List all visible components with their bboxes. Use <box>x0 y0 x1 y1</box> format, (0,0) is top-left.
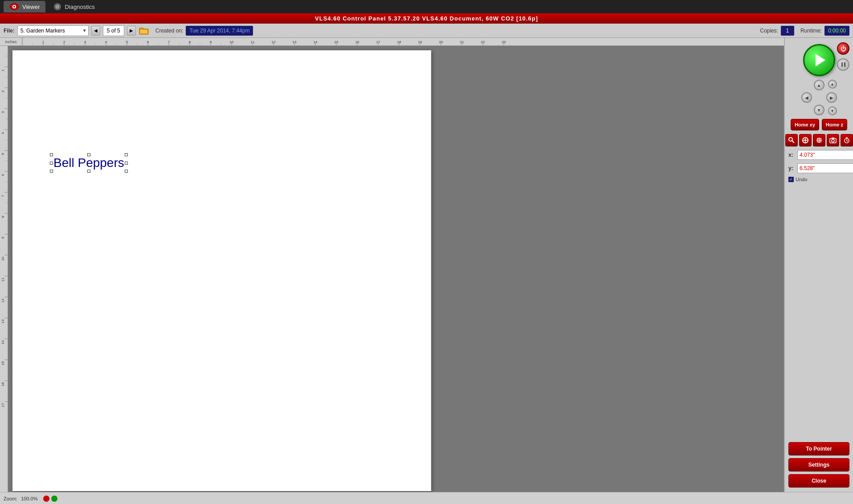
zoom-label: Zoom: <box>4 496 17 501</box>
handle-tl[interactable] <box>50 153 53 156</box>
icon-toolbar <box>785 134 853 146</box>
viewer-tab[interactable]: Viewer <box>4 1 45 12</box>
svg-text:12: 12 <box>1 298 5 302</box>
current-page: 5 <box>107 28 110 34</box>
pause-bar-right <box>844 62 845 67</box>
prev-page-button[interactable]: ◀ <box>91 26 100 36</box>
runtime-time: 0:00:00 <box>828 28 846 34</box>
home-buttons-row: Home xy Home z <box>788 119 849 130</box>
handle-mr[interactable] <box>125 162 128 165</box>
diagnostics-tab[interactable]: ⚙ Diagnostics <box>47 1 100 12</box>
svg-text:4: 4 <box>1 132 5 134</box>
status-icons <box>43 496 57 502</box>
handle-br[interactable] <box>125 170 128 173</box>
ruler-marks-svg: // This will be rendered via SVG content… <box>22 38 784 46</box>
power-button[interactable]: ⏻ <box>837 42 849 55</box>
handle-bl[interactable] <box>50 170 53 173</box>
pause-button[interactable] <box>837 58 849 71</box>
status-bar: Zoom: 100.0% <box>0 492 853 504</box>
ruler-left: 1 2 3 4 5 6 7 8 9 10 11 12 13 14 <box>0 46 8 492</box>
svg-rect-7 <box>140 29 148 34</box>
runtime-value: 0:00:00 <box>824 26 849 36</box>
document-viewport[interactable]: Bell Peppers <box>8 46 784 492</box>
x-input[interactable] <box>797 150 853 160</box>
svg-text:1: 1 <box>1 69 5 71</box>
handle-tc[interactable] <box>87 153 90 156</box>
play-triangle-icon <box>816 54 825 66</box>
svg-rect-122 <box>832 138 834 139</box>
folder-icon <box>139 27 149 35</box>
x-coord-row: x: ▲ ▼ <box>788 150 849 160</box>
svg-text:6: 6 <box>1 174 5 176</box>
y-label: y: <box>788 165 796 171</box>
search-tool-button[interactable] <box>785 134 798 146</box>
copies-label: Copies: <box>760 28 778 34</box>
home-xy-button[interactable]: Home xy <box>791 119 819 130</box>
main-content: inches // This will be rendered via SVG … <box>0 38 853 492</box>
runtime-label: Runtime: <box>800 28 822 34</box>
svg-rect-8 <box>22 38 784 46</box>
title-bar: VLS4.60 Control Panel 5.37.57.20 VLS4.60… <box>0 13 853 24</box>
play-button[interactable] <box>803 44 835 76</box>
svg-text:9: 9 <box>1 236 5 239</box>
dpad-up2-button[interactable]: ▲ <box>828 80 837 89</box>
svg-text:13: 13 <box>1 319 5 323</box>
created-value: Tue 29 Apr 2014, 7:44pm <box>186 26 253 36</box>
timer-tool-button[interactable] <box>841 134 853 146</box>
dpad-down-button[interactable]: ▼ <box>814 105 824 115</box>
zoom-value: 100.0% <box>21 496 37 501</box>
status-dot-green <box>51 496 57 502</box>
right-panel: ⏻ ▲ ▼ ◀ ▶ ▲ ▼ Home xy <box>784 38 853 492</box>
document-text[interactable]: Bell Peppers <box>52 155 126 171</box>
camera-icon <box>829 137 837 144</box>
svg-line-110 <box>792 141 794 143</box>
undo-checkbox[interactable]: ✓ <box>788 177 794 182</box>
canvas-area[interactable]: inches // This will be rendered via SVG … <box>0 38 784 492</box>
created-label: Created on: <box>155 28 184 34</box>
svg-text:8: 8 <box>1 215 5 218</box>
x-label: x: <box>788 152 796 158</box>
svg-point-121 <box>832 139 834 142</box>
to-pointer-button[interactable]: To Pointer <box>788 442 849 455</box>
y-input[interactable] <box>797 163 853 173</box>
crosshair-tool-button[interactable] <box>813 134 825 146</box>
created-date: Tue 29 Apr 2014, 7:44pm <box>189 28 249 34</box>
pause-bar-left <box>841 62 843 67</box>
open-folder-button[interactable] <box>139 26 149 36</box>
handle-tr[interactable] <box>125 153 128 156</box>
settings-button[interactable]: Settings <box>788 458 849 471</box>
undo-row: ✓ Undo <box>788 177 849 182</box>
timer-icon <box>843 137 850 144</box>
dpad-right-button[interactable]: ▶ <box>826 92 837 103</box>
svg-text:17: 17 <box>1 403 5 407</box>
svg-text:10: 10 <box>1 256 5 260</box>
ruler-top: inches // This will be rendered via SVG … <box>0 38 784 46</box>
handle-bc[interactable] <box>87 170 90 173</box>
left-ruler-svg: 1 2 3 4 5 6 7 8 9 10 11 12 13 14 <box>0 46 8 492</box>
home-z-button[interactable]: Home z <box>822 119 847 130</box>
viewer-tab-label: Viewer <box>22 4 40 10</box>
filter-tool-button[interactable] <box>799 134 812 146</box>
undo-check-mark: ✓ <box>789 177 793 182</box>
svg-point-112 <box>804 139 806 141</box>
total-pages: of 5 <box>111 28 120 34</box>
handle-ml[interactable] <box>50 162 53 165</box>
svg-text:⚙: ⚙ <box>55 4 60 9</box>
text-element-container[interactable]: Bell Peppers <box>52 155 126 171</box>
svg-text:16: 16 <box>1 382 5 386</box>
svg-text:5: 5 <box>1 153 5 155</box>
svg-line-125 <box>847 141 848 142</box>
copies-count: 1 <box>786 28 789 34</box>
file-select[interactable]: 5. Garden Markers <box>17 25 89 36</box>
eye-icon <box>9 3 19 10</box>
svg-point-109 <box>789 138 792 141</box>
dpad-down2-button[interactable]: ▼ <box>828 106 837 115</box>
camera-tool-button[interactable] <box>827 134 839 146</box>
svg-text:2: 2 <box>1 90 5 92</box>
dpad-left-button[interactable]: ◀ <box>801 92 812 103</box>
dpad-up-button[interactable]: ▲ <box>814 80 824 90</box>
close-button[interactable]: Close <box>788 474 849 488</box>
next-page-button[interactable]: ▶ <box>127 26 136 36</box>
dpad-container: ▲ ▼ ◀ ▶ ▲ ▼ <box>801 80 837 115</box>
page-number-display: 5 of 5 <box>103 25 124 36</box>
